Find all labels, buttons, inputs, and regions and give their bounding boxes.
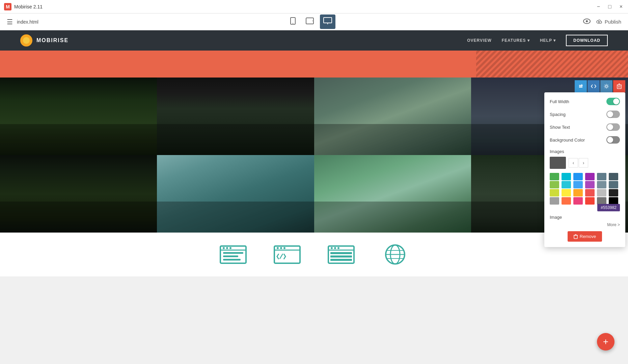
color-swatch-lime[interactable] xyxy=(550,189,559,196)
color-swatch-red[interactable] xyxy=(585,189,595,196)
images-row: ‹ › xyxy=(550,157,620,169)
prev-image-button[interactable]: ‹ xyxy=(569,158,578,168)
settings-window-icon xyxy=(328,245,355,264)
svg-rect-45 xyxy=(330,259,352,261)
color-swatch-cyan[interactable] xyxy=(562,173,571,180)
bg-color-toggle[interactable] xyxy=(606,136,620,144)
svg-rect-6 xyxy=(324,18,332,23)
delete-section-button[interactable] xyxy=(613,80,625,92)
full-width-toggle[interactable] xyxy=(606,98,620,105)
maximize-button[interactable]: □ xyxy=(607,2,613,11)
color-swatch-pink[interactable] xyxy=(573,197,583,205)
site-brand-name: MOBIRISE xyxy=(36,37,69,43)
svg-point-41 xyxy=(334,247,336,249)
eye-icon xyxy=(583,19,591,24)
color-swatch-light-green[interactable] xyxy=(550,181,559,188)
svg-point-10 xyxy=(586,20,588,22)
menu-button[interactable]: ☰ xyxy=(7,18,13,26)
color-swatch-dark-grey[interactable] xyxy=(609,173,618,180)
color-swatch-orange[interactable] xyxy=(573,189,583,196)
svg-rect-30 xyxy=(223,255,238,257)
color-swatch-purple[interactable] xyxy=(585,173,595,180)
color-swatch-light-blue[interactable] xyxy=(573,181,583,188)
device-switcher xyxy=(286,14,335,29)
code-icon xyxy=(591,84,596,88)
color-swatch-yellow[interactable] xyxy=(562,189,571,196)
mobile-icon xyxy=(290,17,296,25)
gallery-grid xyxy=(0,78,628,233)
spacing-toggle[interactable] xyxy=(606,111,620,118)
image-label: Image xyxy=(550,215,562,220)
show-text-label: Show Text xyxy=(550,125,570,130)
show-text-toggle[interactable] xyxy=(606,123,620,131)
more-link[interactable]: More > xyxy=(550,222,620,227)
bottom-icon-1 xyxy=(220,245,247,264)
gallery-cell-7[interactable] xyxy=(314,155,471,233)
svg-point-40 xyxy=(331,247,333,249)
color-swatch-medium-grey-2[interactable] xyxy=(597,197,606,205)
bg-color-setting: Background Color xyxy=(550,136,620,144)
images-label: Images xyxy=(550,149,564,154)
show-text-setting: Show Text xyxy=(550,123,620,131)
toggle-knob xyxy=(613,98,619,104)
nav-features[interactable]: FEATURES ▾ xyxy=(502,38,530,43)
color-swatch-light-purple[interactable] xyxy=(585,181,595,188)
color-swatch-medium-grey[interactable] xyxy=(597,181,606,188)
globe-icon xyxy=(382,244,409,265)
mobile-view-button[interactable] xyxy=(286,14,300,29)
gallery-cell-2[interactable] xyxy=(157,78,314,155)
app-title: Mobirise 2.11 xyxy=(14,4,43,9)
next-image-button[interactable]: › xyxy=(579,158,588,168)
reorder-button[interactable] xyxy=(575,80,587,92)
diagonal-pattern xyxy=(476,51,628,78)
svg-rect-43 xyxy=(330,252,352,254)
color-picker-section: #553982 Image More > xyxy=(550,173,620,227)
preview-button[interactable] xyxy=(583,18,591,26)
gallery-cell-1[interactable] xyxy=(0,78,157,155)
minimize-button[interactable]: − xyxy=(596,2,601,11)
site-brand: MOBIRISE xyxy=(20,34,69,47)
preview-area: MOBIRISE OVERVIEW FEATURES ▾ HELP ▾ DOWN… xyxy=(0,30,628,276)
settings-panel: Full Width Spacing Show Text xyxy=(544,92,625,247)
settings-button[interactable] xyxy=(600,80,612,92)
gallery-cell-5[interactable] xyxy=(0,155,157,233)
gallery-cell-6[interactable] xyxy=(157,155,314,233)
color-swatch-light-grey[interactable] xyxy=(597,189,606,196)
color-swatch-blue-grey[interactable] xyxy=(597,173,606,180)
download-button[interactable]: DOWNLOAD xyxy=(566,35,608,46)
svg-rect-29 xyxy=(223,252,243,254)
site-menu: OVERVIEW FEATURES ▾ HELP ▾ DOWNLOAD xyxy=(467,35,608,46)
color-swatch-bright-red[interactable] xyxy=(585,197,595,205)
color-swatch-near-black[interactable] xyxy=(609,189,618,196)
tablet-view-button[interactable] xyxy=(302,14,317,29)
color-swatch-blue[interactable] xyxy=(573,173,583,180)
cloud-upload-icon xyxy=(596,19,602,25)
app-logo-icon: M xyxy=(4,3,11,10)
toggle-knob-4 xyxy=(607,137,613,143)
color-swatch-deep-orange[interactable] xyxy=(562,197,571,205)
svg-point-28 xyxy=(229,247,231,249)
bottom-icon-3 xyxy=(328,245,355,264)
gallery-section: Full Width Spacing Show Text xyxy=(0,78,628,233)
publish-button[interactable]: Publish xyxy=(596,19,621,25)
orange-section xyxy=(0,51,628,78)
desktop-view-button[interactable] xyxy=(320,14,335,29)
color-swatch-darker-grey[interactable] xyxy=(609,181,618,188)
gallery-cell-3[interactable] xyxy=(314,78,471,155)
close-button[interactable]: × xyxy=(618,2,624,11)
nav-help[interactable]: HELP ▾ xyxy=(540,38,556,43)
code-button[interactable] xyxy=(588,80,600,92)
add-section-button[interactable]: + xyxy=(597,333,615,351)
color-swatch-black[interactable] xyxy=(609,197,618,205)
spacing-setting: Spacing xyxy=(550,111,620,118)
svg-rect-21 xyxy=(574,235,577,239)
desktop-icon xyxy=(323,17,332,25)
site-nav: MOBIRISE OVERVIEW FEATURES ▾ HELP ▾ DOWN… xyxy=(0,30,628,51)
color-swatch-green[interactable] xyxy=(550,173,559,180)
remove-button[interactable]: Remove xyxy=(568,231,602,242)
color-swatch-grey[interactable] xyxy=(550,197,559,205)
image-thumb-1[interactable] xyxy=(550,157,566,169)
color-swatch-light-cyan[interactable] xyxy=(562,181,571,188)
site-logo-icon xyxy=(20,34,32,47)
nav-overview[interactable]: OVERVIEW xyxy=(467,38,491,43)
